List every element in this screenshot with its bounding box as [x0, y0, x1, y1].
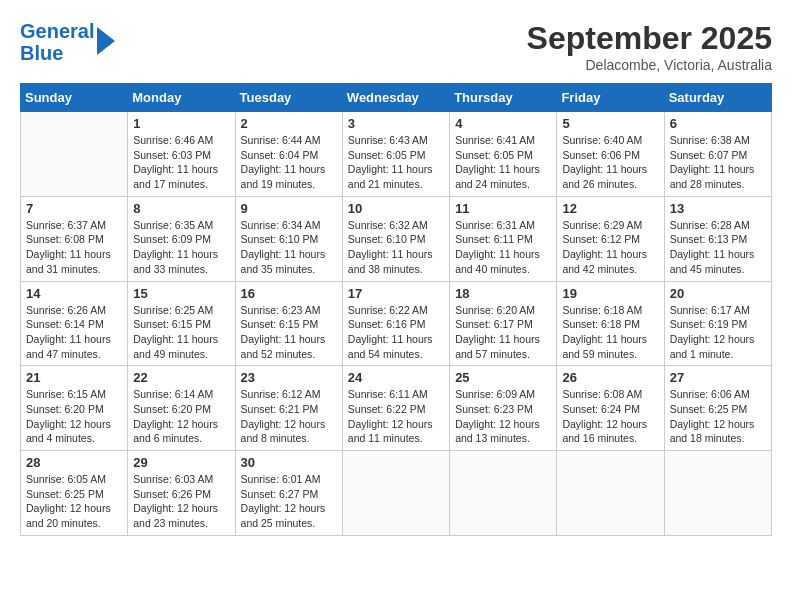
day-info: Sunrise: 6:06 AMSunset: 6:25 PMDaylight:… [670, 387, 766, 446]
page-header: General Blue September 2025 Delacombe, V… [20, 20, 772, 73]
header-cell-tuesday: Tuesday [235, 84, 342, 112]
day-info: Sunrise: 6:15 AMSunset: 6:20 PMDaylight:… [26, 387, 122, 446]
day-number: 3 [348, 116, 444, 131]
calendar-cell: 29Sunrise: 6:03 AMSunset: 6:26 PMDayligh… [128, 451, 235, 536]
calendar-cell: 28Sunrise: 6:05 AMSunset: 6:25 PMDayligh… [21, 451, 128, 536]
day-info: Sunrise: 6:32 AMSunset: 6:10 PMDaylight:… [348, 218, 444, 277]
header-cell-friday: Friday [557, 84, 664, 112]
calendar-cell: 7Sunrise: 6:37 AMSunset: 6:08 PMDaylight… [21, 196, 128, 281]
day-number: 21 [26, 370, 122, 385]
calendar-cell: 23Sunrise: 6:12 AMSunset: 6:21 PMDayligh… [235, 366, 342, 451]
day-info: Sunrise: 6:22 AMSunset: 6:16 PMDaylight:… [348, 303, 444, 362]
calendar-cell: 25Sunrise: 6:09 AMSunset: 6:23 PMDayligh… [450, 366, 557, 451]
day-info: Sunrise: 6:31 AMSunset: 6:11 PMDaylight:… [455, 218, 551, 277]
calendar-cell [664, 451, 771, 536]
day-number: 14 [26, 286, 122, 301]
day-number: 12 [562, 201, 658, 216]
day-number: 8 [133, 201, 229, 216]
logo: General Blue [20, 20, 115, 64]
calendar-cell: 19Sunrise: 6:18 AMSunset: 6:18 PMDayligh… [557, 281, 664, 366]
day-info: Sunrise: 6:11 AMSunset: 6:22 PMDaylight:… [348, 387, 444, 446]
day-number: 13 [670, 201, 766, 216]
calendar-cell: 24Sunrise: 6:11 AMSunset: 6:22 PMDayligh… [342, 366, 449, 451]
day-number: 11 [455, 201, 551, 216]
page-subtitle: Delacombe, Victoria, Australia [527, 57, 772, 73]
day-info: Sunrise: 6:29 AMSunset: 6:12 PMDaylight:… [562, 218, 658, 277]
logo-text: General Blue [20, 20, 94, 64]
calendar-cell [557, 451, 664, 536]
day-number: 25 [455, 370, 551, 385]
calendar-cell: 3Sunrise: 6:43 AMSunset: 6:05 PMDaylight… [342, 112, 449, 197]
calendar-cell: 10Sunrise: 6:32 AMSunset: 6:10 PMDayligh… [342, 196, 449, 281]
calendar-cell: 16Sunrise: 6:23 AMSunset: 6:15 PMDayligh… [235, 281, 342, 366]
calendar-cell: 18Sunrise: 6:20 AMSunset: 6:17 PMDayligh… [450, 281, 557, 366]
calendar-cell [342, 451, 449, 536]
title-block: September 2025 Delacombe, Victoria, Aust… [527, 20, 772, 73]
day-info: Sunrise: 6:40 AMSunset: 6:06 PMDaylight:… [562, 133, 658, 192]
day-number: 18 [455, 286, 551, 301]
calendar-cell: 21Sunrise: 6:15 AMSunset: 6:20 PMDayligh… [21, 366, 128, 451]
calendar-cell: 22Sunrise: 6:14 AMSunset: 6:20 PMDayligh… [128, 366, 235, 451]
calendar-cell: 9Sunrise: 6:34 AMSunset: 6:10 PMDaylight… [235, 196, 342, 281]
day-info: Sunrise: 6:34 AMSunset: 6:10 PMDaylight:… [241, 218, 337, 277]
calendar-cell: 20Sunrise: 6:17 AMSunset: 6:19 PMDayligh… [664, 281, 771, 366]
day-number: 17 [348, 286, 444, 301]
day-info: Sunrise: 6:09 AMSunset: 6:23 PMDaylight:… [455, 387, 551, 446]
day-info: Sunrise: 6:46 AMSunset: 6:03 PMDaylight:… [133, 133, 229, 192]
day-number: 22 [133, 370, 229, 385]
calendar-cell: 14Sunrise: 6:26 AMSunset: 6:14 PMDayligh… [21, 281, 128, 366]
day-number: 23 [241, 370, 337, 385]
day-info: Sunrise: 6:20 AMSunset: 6:17 PMDaylight:… [455, 303, 551, 362]
calendar-cell: 1Sunrise: 6:46 AMSunset: 6:03 PMDaylight… [128, 112, 235, 197]
calendar-cell [450, 451, 557, 536]
header-cell-wednesday: Wednesday [342, 84, 449, 112]
week-row-3: 14Sunrise: 6:26 AMSunset: 6:14 PMDayligh… [21, 281, 772, 366]
header-row: SundayMondayTuesdayWednesdayThursdayFrid… [21, 84, 772, 112]
calendar-table: SundayMondayTuesdayWednesdayThursdayFrid… [20, 83, 772, 536]
day-info: Sunrise: 6:03 AMSunset: 6:26 PMDaylight:… [133, 472, 229, 531]
day-number: 10 [348, 201, 444, 216]
day-number: 1 [133, 116, 229, 131]
logo-general: General [20, 20, 94, 42]
day-number: 7 [26, 201, 122, 216]
day-number: 5 [562, 116, 658, 131]
day-info: Sunrise: 6:14 AMSunset: 6:20 PMDaylight:… [133, 387, 229, 446]
calendar-header: SundayMondayTuesdayWednesdayThursdayFrid… [21, 84, 772, 112]
calendar-cell: 6Sunrise: 6:38 AMSunset: 6:07 PMDaylight… [664, 112, 771, 197]
day-info: Sunrise: 6:08 AMSunset: 6:24 PMDaylight:… [562, 387, 658, 446]
day-number: 9 [241, 201, 337, 216]
logo-blue: Blue [20, 42, 63, 64]
week-row-4: 21Sunrise: 6:15 AMSunset: 6:20 PMDayligh… [21, 366, 772, 451]
header-cell-thursday: Thursday [450, 84, 557, 112]
header-cell-sunday: Sunday [21, 84, 128, 112]
calendar-cell: 27Sunrise: 6:06 AMSunset: 6:25 PMDayligh… [664, 366, 771, 451]
day-number: 28 [26, 455, 122, 470]
calendar-cell: 2Sunrise: 6:44 AMSunset: 6:04 PMDaylight… [235, 112, 342, 197]
day-number: 30 [241, 455, 337, 470]
day-info: Sunrise: 6:41 AMSunset: 6:05 PMDaylight:… [455, 133, 551, 192]
day-number: 29 [133, 455, 229, 470]
calendar-cell: 13Sunrise: 6:28 AMSunset: 6:13 PMDayligh… [664, 196, 771, 281]
header-cell-monday: Monday [128, 84, 235, 112]
calendar-cell: 11Sunrise: 6:31 AMSunset: 6:11 PMDayligh… [450, 196, 557, 281]
calendar-cell: 30Sunrise: 6:01 AMSunset: 6:27 PMDayligh… [235, 451, 342, 536]
day-info: Sunrise: 6:12 AMSunset: 6:21 PMDaylight:… [241, 387, 337, 446]
logo-arrow-icon [97, 27, 115, 55]
day-info: Sunrise: 6:26 AMSunset: 6:14 PMDaylight:… [26, 303, 122, 362]
day-number: 27 [670, 370, 766, 385]
calendar-cell: 5Sunrise: 6:40 AMSunset: 6:06 PMDaylight… [557, 112, 664, 197]
calendar-cell: 8Sunrise: 6:35 AMSunset: 6:09 PMDaylight… [128, 196, 235, 281]
day-info: Sunrise: 6:38 AMSunset: 6:07 PMDaylight:… [670, 133, 766, 192]
header-cell-saturday: Saturday [664, 84, 771, 112]
day-info: Sunrise: 6:25 AMSunset: 6:15 PMDaylight:… [133, 303, 229, 362]
day-info: Sunrise: 6:43 AMSunset: 6:05 PMDaylight:… [348, 133, 444, 192]
day-number: 20 [670, 286, 766, 301]
day-number: 15 [133, 286, 229, 301]
day-number: 19 [562, 286, 658, 301]
calendar-cell: 4Sunrise: 6:41 AMSunset: 6:05 PMDaylight… [450, 112, 557, 197]
calendar-cell: 12Sunrise: 6:29 AMSunset: 6:12 PMDayligh… [557, 196, 664, 281]
calendar-cell [21, 112, 128, 197]
day-info: Sunrise: 6:44 AMSunset: 6:04 PMDaylight:… [241, 133, 337, 192]
calendar-cell: 17Sunrise: 6:22 AMSunset: 6:16 PMDayligh… [342, 281, 449, 366]
day-number: 26 [562, 370, 658, 385]
